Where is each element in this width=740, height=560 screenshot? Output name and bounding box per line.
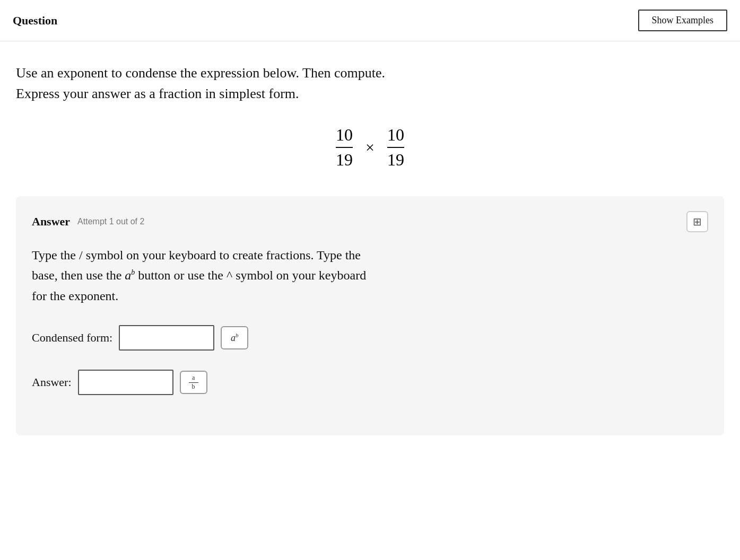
ab-exponent-button[interactable]: ab <box>221 326 248 349</box>
fraction1-numerator: 10 <box>336 125 353 147</box>
instructions-line1: Type the / symbol on your keyboard to cr… <box>32 248 361 262</box>
show-examples-button[interactable]: Show Examples <box>638 10 728 31</box>
question-line1: Use an exponent to condense the expressi… <box>16 63 724 83</box>
condensed-form-label: Condensed form: <box>32 331 112 345</box>
attempt-text: Attempt 1 out of 2 <box>77 217 144 226</box>
answer-input-row: Answer: a b <box>32 370 708 395</box>
condensed-form-input[interactable] <box>119 325 214 351</box>
answer-label: Answer <box>32 215 70 229</box>
question-line2: Express your answer as a fraction in sim… <box>16 83 724 104</box>
question-label: Question <box>13 14 57 28</box>
instructions-line2-part1: base, then use the <box>32 268 125 282</box>
fraction2-numerator: 10 <box>387 125 404 147</box>
fraction-button[interactable]: a b <box>180 371 207 394</box>
answer-label-2: Answer: <box>32 375 72 389</box>
fraction-btn-denominator: b <box>192 383 195 390</box>
answer-input[interactable] <box>78 370 173 395</box>
fraction2-denominator: 19 <box>387 147 404 170</box>
header: Question Show Examples <box>0 0 740 41</box>
fraction-2: 10 19 <box>387 125 404 170</box>
keyboard-icon: ⊞ <box>693 215 702 228</box>
fraction-btn-numerator: a <box>192 374 195 381</box>
answer-section: Answer Attempt 1 out of 2 ⊞ Type the / s… <box>16 196 724 435</box>
instructions-line3: for the exponent. <box>32 289 118 303</box>
instructions-text: Type the / symbol on your keyboard to cr… <box>32 245 708 306</box>
instructions-line2-part2: button or use the ^ symbol on your keybo… <box>135 268 366 282</box>
ab-button-label: ab <box>231 332 239 344</box>
times-symbol: × <box>365 138 375 156</box>
condensed-form-row: Condensed form: ab <box>32 325 708 351</box>
fraction-1: 10 19 <box>336 125 353 170</box>
keyboard-icon-button[interactable]: ⊞ <box>686 211 708 232</box>
main-content: Use an exponent to condense the expressi… <box>0 41 740 457</box>
question-text: Use an exponent to condense the expressi… <box>16 63 724 104</box>
instructions-ab: ab <box>125 268 135 282</box>
math-expression: 10 19 × 10 19 <box>16 125 724 170</box>
fraction-btn-inner: a b <box>189 374 198 390</box>
answer-header: Answer Attempt 1 out of 2 ⊞ <box>32 211 708 232</box>
ab-button-sup: b <box>236 332 239 338</box>
fraction1-denominator: 19 <box>336 147 353 170</box>
answer-header-left: Answer Attempt 1 out of 2 <box>32 215 144 229</box>
